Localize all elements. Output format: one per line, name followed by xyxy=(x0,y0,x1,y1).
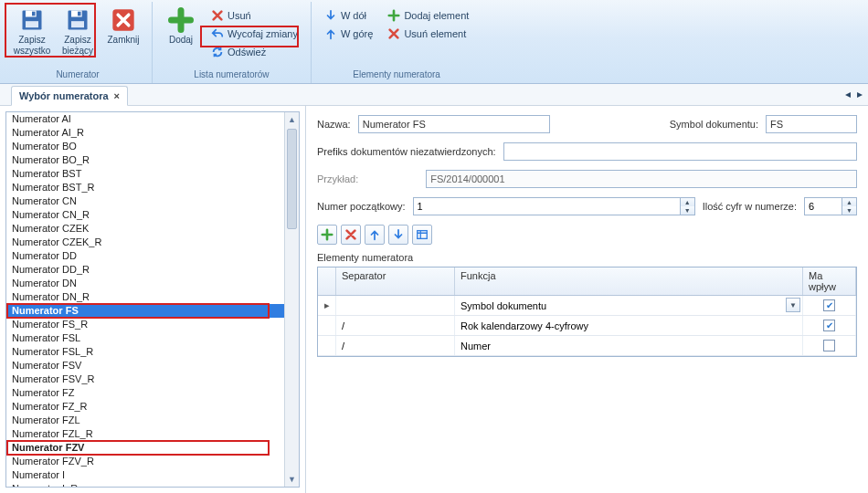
ribbon-group-numerator: Zapisz wszystko Zapisz bieżący Zamknij N… xyxy=(4,2,153,83)
name-label: Nazwa: xyxy=(317,119,351,130)
refresh-icon xyxy=(211,46,224,58)
numerator-list-pane: Numerator AINumerator AI_RNumerator BONu… xyxy=(0,106,306,493)
digits-label: Ilość cyfr w numerze: xyxy=(703,201,797,212)
svg-rect-2 xyxy=(26,21,38,27)
list-item[interactable]: Numerator FZL_R xyxy=(6,427,284,441)
list-item[interactable]: Numerator CN_R xyxy=(6,208,284,222)
separator-cell[interactable]: / xyxy=(336,336,455,355)
list-item[interactable]: Numerator FSL xyxy=(6,331,284,345)
digits-input[interactable] xyxy=(805,198,842,215)
tab-wybor-numeratora[interactable]: Wybór numeratora × xyxy=(11,86,128,106)
delete-element-button[interactable]: Usuń element xyxy=(384,26,472,42)
separator-cell[interactable]: / xyxy=(336,316,455,335)
scroll-thumb[interactable] xyxy=(287,129,297,229)
doc-symbol-input[interactable] xyxy=(766,115,857,133)
delete-small-icon xyxy=(387,27,400,40)
list-item[interactable]: Numerator FS xyxy=(6,304,284,318)
toolbar-columns-button[interactable] xyxy=(412,225,432,245)
save-all-button[interactable]: Zapisz wszystko xyxy=(9,5,55,58)
list-item[interactable]: Numerator AI xyxy=(6,112,284,126)
list-item[interactable]: Numerator AI_R xyxy=(6,126,284,140)
start-number-input[interactable] xyxy=(414,198,680,215)
separator-cell[interactable] xyxy=(336,296,455,315)
list-item[interactable]: Numerator BST xyxy=(6,167,284,181)
prefix-input[interactable] xyxy=(503,142,857,161)
list-item[interactable]: Numerator DD_R xyxy=(6,263,284,277)
save-all-label: Zapisz wszystko xyxy=(11,35,53,57)
separator-header[interactable]: Separator xyxy=(336,267,455,295)
list-item[interactable]: Numerator FZV_R xyxy=(6,455,284,468)
toolbar-delete-button[interactable] xyxy=(341,225,361,245)
toolbar-add-button[interactable] xyxy=(317,225,337,245)
list-item[interactable]: Numerator BO xyxy=(6,140,284,153)
table-row[interactable]: ▸Symbol dokumentu▼✔ xyxy=(318,296,856,316)
list-item[interactable]: Numerator DD xyxy=(6,249,284,263)
list-item[interactable]: Numerator FS_R xyxy=(6,318,284,331)
move-up-button[interactable]: W górę xyxy=(321,26,376,42)
list-item[interactable]: Numerator FSL_R xyxy=(6,345,284,359)
spin-down-icon[interactable]: ▼ xyxy=(842,206,856,215)
add-element-button[interactable]: Dodaj element xyxy=(384,7,472,24)
list-item[interactable]: Numerator I_R xyxy=(6,482,284,487)
impact-header[interactable]: Ma wpływ xyxy=(803,267,856,295)
impact-cell[interactable] xyxy=(803,336,856,355)
detail-pane: Nazwa: Symbol dokumentu: Prefiks dokumen… xyxy=(306,106,868,493)
name-input[interactable] xyxy=(358,115,550,133)
list-item[interactable]: Numerator BST_R xyxy=(6,181,284,194)
table-row[interactable]: /Rok kalendarzowy 4-cyfrowy✔ xyxy=(318,316,856,336)
list-item[interactable]: Numerator FZ_R xyxy=(6,400,284,414)
add-button[interactable]: Dodaj xyxy=(158,5,204,47)
function-cell[interactable]: Rok kalendarzowy 4-cyfrowy xyxy=(455,316,803,335)
toolbar-up-button[interactable] xyxy=(365,225,385,245)
scrollbar[interactable]: ▲ ▼ xyxy=(284,112,299,487)
list-item[interactable]: Numerator CZEK xyxy=(6,222,284,236)
refresh-button[interactable]: Odśwież xyxy=(207,44,302,60)
table-row[interactable]: /Numer xyxy=(318,336,856,356)
move-down-button[interactable]: W dół xyxy=(321,7,376,24)
save-all-icon xyxy=(19,7,45,33)
list-item[interactable]: Numerator FZV xyxy=(6,441,284,455)
delete-button[interactable]: Usuń xyxy=(207,7,302,24)
doc-symbol-label: Symbol dokumentu: xyxy=(670,119,758,130)
spin-down-icon[interactable]: ▼ xyxy=(681,206,694,215)
row-indicator: ▸ xyxy=(318,296,336,315)
list-item[interactable]: Numerator DN xyxy=(6,277,284,290)
list-item[interactable]: Numerator FSV_R xyxy=(6,372,284,386)
list-item[interactable]: Numerator FZ xyxy=(6,386,284,400)
scroll-down-icon[interactable]: ▼ xyxy=(285,472,299,487)
checkbox[interactable]: ✔ xyxy=(823,320,835,331)
function-cell[interactable]: Numer xyxy=(455,336,803,355)
svg-rect-9 xyxy=(418,231,428,239)
list-item[interactable]: Numerator BO_R xyxy=(6,153,284,167)
del-elem-label: Usuń element xyxy=(404,28,466,39)
checkbox[interactable] xyxy=(823,340,835,351)
scroll-up-icon[interactable]: ▲ xyxy=(285,112,299,127)
list-item[interactable]: Numerator DN_R xyxy=(6,290,284,304)
undo-changes-button[interactable]: Wycofaj zmiany xyxy=(207,26,302,42)
list-item[interactable]: Numerator CN xyxy=(6,194,284,208)
ribbon-group-label: Lista numeratorów xyxy=(194,68,269,83)
spin-up-icon[interactable]: ▲ xyxy=(681,198,694,206)
tab-close-icon[interactable]: × xyxy=(114,90,120,101)
impact-cell[interactable]: ✔ xyxy=(803,296,856,315)
close-button[interactable]: Zamknij xyxy=(101,5,146,47)
impact-cell[interactable]: ✔ xyxy=(803,316,856,335)
list-item[interactable]: Numerator CZEK_R xyxy=(6,236,284,249)
list-item[interactable]: Numerator FZL xyxy=(6,414,284,427)
numerator-listbox[interactable]: Numerator AINumerator AI_RNumerator BONu… xyxy=(5,111,300,488)
start-number-spinner[interactable]: ▲▼ xyxy=(413,197,695,215)
checkbox[interactable]: ✔ xyxy=(823,299,835,311)
list-item[interactable]: Numerator FSV xyxy=(6,359,284,372)
save-current-button[interactable]: Zapisz bieżący xyxy=(55,5,101,58)
tab-nav[interactable]: ◂ ▸ xyxy=(845,88,864,100)
digits-spinner[interactable]: ▲▼ xyxy=(804,197,857,215)
down-label: W dół xyxy=(341,10,366,21)
list-item[interactable]: Numerator I xyxy=(6,468,284,482)
function-cell[interactable]: Symbol dokumentu▼ xyxy=(455,296,803,315)
plus-icon xyxy=(168,7,194,33)
spin-up-icon[interactable]: ▲ xyxy=(842,198,856,206)
elements-toolbar xyxy=(317,225,857,245)
toolbar-down-button[interactable] xyxy=(388,225,408,245)
dropdown-icon[interactable]: ▼ xyxy=(786,298,800,312)
function-header[interactable]: Funkcja xyxy=(455,267,803,295)
